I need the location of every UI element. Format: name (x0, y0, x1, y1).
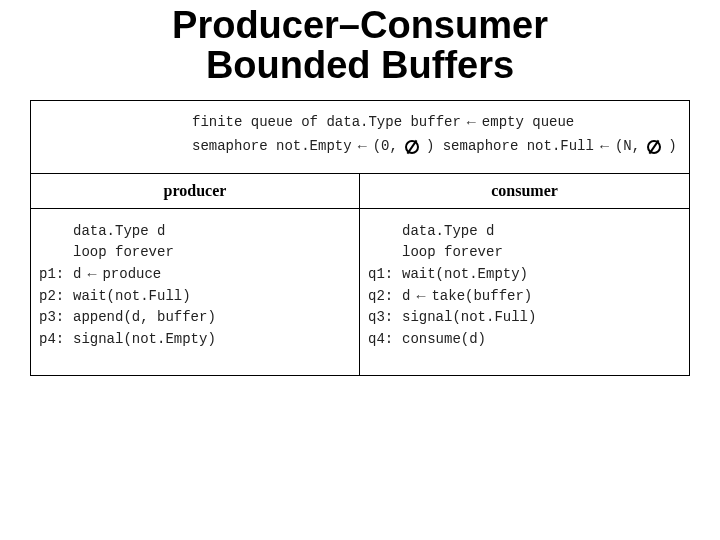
sem-notempty-decl: semaphore not.Empty ← (0, ) (192, 135, 434, 159)
consumer-header: consumer (360, 174, 689, 209)
p3-body: append(d, buffer) (73, 307, 216, 329)
shared-declarations: finite queue of data.Type buffer ← empty… (31, 101, 689, 174)
p2-label: p2: (39, 286, 73, 308)
assign-arrow-icon: ← (358, 140, 367, 155)
assign-arrow-icon: ← (87, 268, 96, 283)
assign-arrow-icon: ← (467, 116, 476, 131)
assign-arrow-icon: ← (416, 290, 425, 305)
q4-label: q4: (368, 329, 402, 351)
consumer-loop: loop forever (368, 242, 681, 264)
producer-decl: data.Type d (39, 221, 351, 243)
q3-label: q3: (368, 307, 402, 329)
q4-body: consume(d) (402, 329, 486, 351)
slide-title: Producer–Consumer Bounded Buffers (0, 0, 720, 86)
q2-line: q2: d ← take(buffer) (368, 286, 681, 308)
empty-set-icon (405, 140, 419, 154)
p4-label: p4: (39, 329, 73, 351)
q4-line: q4: consume(d) (368, 329, 681, 351)
buffer-decl-pre: finite queue of data.Type buffer (192, 111, 461, 135)
q1-body: wait(not.Empty) (402, 264, 528, 286)
consumer-code: data.Type d loop forever q1: wait(not.Em… (360, 209, 689, 375)
p1-label: p1: (39, 264, 73, 286)
p3-line: p3: append(d, buffer) (39, 307, 351, 329)
q2-label: q2: (368, 286, 402, 308)
p1-line: p1: d ← produce (39, 264, 351, 286)
q2-post: take(buffer) (431, 286, 532, 308)
sem-notempty-close: ) (426, 135, 434, 159)
title-line-2: Bounded Buffers (0, 46, 720, 86)
sem-notempty-pre: semaphore not.Empty (192, 135, 352, 159)
consumer-decl: data.Type d (368, 221, 681, 243)
empty-set-icon (647, 140, 661, 154)
sem-notfull-pre: semaphore not.Full (443, 135, 594, 159)
sem-notfull-decl: semaphore not.Full ← (N, ) (443, 135, 677, 159)
p4-body: signal(not.Empty) (73, 329, 216, 351)
algorithm-table: finite queue of data.Type buffer ← empty… (30, 100, 690, 376)
q1-label: q1: (368, 264, 402, 286)
p4-line: p4: signal(not.Empty) (39, 329, 351, 351)
q2-pre: d (402, 286, 410, 308)
consumer-column: consumer data.Type d loop forever q1: wa… (360, 174, 689, 375)
sem-notempty-open: (0, (373, 135, 398, 159)
q2-body: d ← take(buffer) (402, 286, 532, 308)
p1-pre: d (73, 264, 81, 286)
assign-arrow-icon: ← (600, 140, 609, 155)
producer-code: data.Type d loop forever p1: d ← produce… (31, 209, 359, 375)
buffer-decl-post: empty queue (482, 111, 574, 135)
buffer-decl: finite queue of data.Type buffer ← empty… (192, 111, 574, 135)
p2-line: p2: wait(not.Full) (39, 286, 351, 308)
sem-notfull-open: (N, (615, 135, 640, 159)
slide: Producer–Consumer Bounded Buffers finite… (0, 0, 720, 540)
producer-loop: loop forever (39, 242, 351, 264)
p2-body: wait(not.Full) (73, 286, 191, 308)
title-line-1: Producer–Consumer (0, 6, 720, 46)
columns: producer data.Type d loop forever p1: d … (31, 174, 689, 375)
sem-notfull-close: ) (668, 135, 676, 159)
shared-code: finite queue of data.Type buffer ← empty… (192, 111, 683, 159)
p1-post: produce (102, 264, 161, 286)
producer-column: producer data.Type d loop forever p1: d … (31, 174, 360, 375)
q1-line: q1: wait(not.Empty) (368, 264, 681, 286)
producer-header: producer (31, 174, 359, 209)
q3-body: signal(not.Full) (402, 307, 536, 329)
q3-line: q3: signal(not.Full) (368, 307, 681, 329)
p1-body: d ← produce (73, 264, 161, 286)
p3-label: p3: (39, 307, 73, 329)
